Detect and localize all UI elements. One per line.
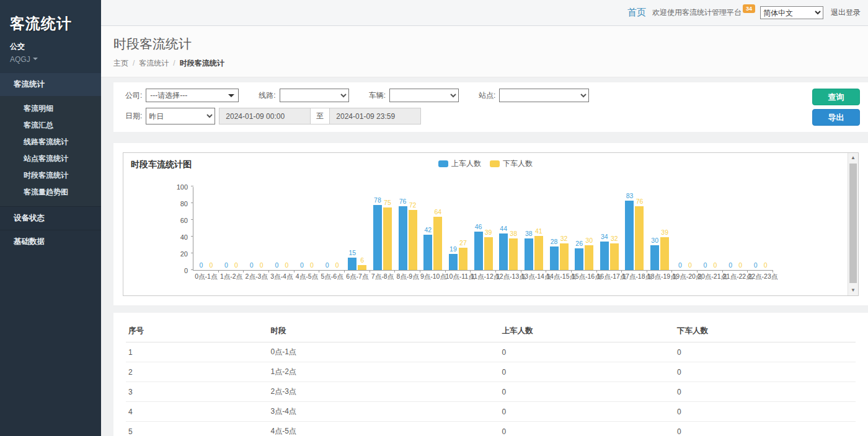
table-cell: 1 — [126, 342, 268, 362]
date-to-input[interactable] — [329, 108, 421, 124]
y-axis-tick-mark — [191, 186, 193, 186]
welcome-text: 欢迎使用客流统计管理平台 — [652, 7, 742, 18]
bar-group: 384113点-14点 — [521, 187, 547, 270]
bar-value-label: 46 — [475, 223, 482, 230]
sidebar-section[interactable]: 设备状态 — [0, 206, 101, 230]
bar-group: 0022点-23点 — [748, 187, 773, 270]
bar-value-label: 39 — [485, 229, 492, 236]
export-button[interactable]: 导出 — [812, 109, 860, 126]
bar-group: 005点-6点 — [319, 187, 345, 270]
chart-scrollbar[interactable]: ▲ ▼ — [848, 153, 858, 295]
legend-swatch-boarding — [438, 160, 448, 167]
legend-swatch-alighting — [490, 160, 500, 167]
query-button[interactable]: 查询 — [812, 89, 860, 105]
bar-value-label: 75 — [384, 199, 391, 206]
org-code-dropdown[interactable]: AQGJ — [10, 55, 91, 64]
scroll-down-arrow-icon[interactable]: ▼ — [848, 286, 858, 295]
bar-boarding: 78 — [373, 205, 382, 270]
notification-badge[interactable]: 34 — [743, 4, 755, 13]
scrollbar-thumb[interactable] — [849, 164, 857, 283]
sidebar: 客流统计 公交 AQGJ 客流统计客流明细客流汇总线路客流统计站点客流统计时段客… — [0, 0, 101, 436]
date-from-input[interactable] — [219, 108, 311, 124]
y-axis-tick-mark — [191, 269, 193, 270]
page-head: 时段客流统计 主页/客流统计/时段客流统计 — [101, 26, 868, 77]
table-header-cell: 时段 — [268, 320, 500, 342]
bar-value-label: 15 — [348, 249, 356, 256]
logout-link[interactable]: 退出登录 — [831, 7, 861, 18]
bar-group: 003点-4点 — [269, 187, 294, 270]
table-cell: 0 — [675, 402, 856, 422]
breadcrumb-item[interactable]: 主页 — [113, 59, 128, 68]
line-select[interactable] — [280, 89, 349, 102]
sidebar-item[interactable]: 客流汇总 — [0, 117, 101, 134]
filter-panel: 公司: ---请选择--- 线路: 车辆: 站点: 日期: — [113, 82, 868, 132]
bar-value-label: 0 — [738, 261, 742, 269]
bar-group: 192710点-11点 — [446, 187, 471, 270]
bar-alighting: 39 — [660, 237, 669, 270]
bar-value-label: 72 — [409, 201, 417, 209]
scroll-up-arrow-icon[interactable]: ▲ — [848, 153, 858, 163]
bar-value-label: 0 — [209, 261, 213, 269]
bar-value-label: 30 — [585, 237, 593, 244]
date-preset-select[interactable]: 昨日 — [146, 108, 215, 124]
bar-value-label: 38 — [510, 230, 517, 237]
bar-value-label: 64 — [434, 208, 441, 216]
bar-group: 0021点-22点 — [723, 187, 748, 270]
bar-value-label: 0 — [728, 261, 732, 269]
sidebar-section[interactable]: 基础数据 — [0, 230, 101, 253]
sidebar-item[interactable]: 时段客流统计 — [0, 167, 101, 184]
bar-value-label: 0 — [199, 261, 203, 269]
bar-boarding: 30 — [650, 245, 659, 271]
table-cell: 3 — [126, 382, 268, 402]
bar-value-label: 32 — [611, 235, 618, 242]
bar-value-label: 0 — [335, 261, 339, 269]
y-axis-tick-label: 0 — [184, 267, 188, 274]
legend-label: 下车人数 — [503, 159, 533, 169]
x-axis-tick-label: 22点-23点 — [748, 272, 773, 281]
x-axis-tick-label: 7点-8点 — [370, 272, 396, 281]
bar-alighting: 6 — [358, 265, 366, 270]
app-logo-title: 客流统计 — [10, 14, 91, 33]
sidebar-item[interactable]: 客流明细 — [0, 100, 101, 117]
bar-group: 42649点-10点 — [420, 187, 446, 270]
date-label: 日期: — [125, 111, 142, 121]
bar-alighting: 27 — [459, 248, 467, 270]
station-label: 站点: — [479, 90, 495, 101]
x-axis-tick-label: 2点-3点 — [244, 272, 269, 281]
table-cell: 4 — [126, 402, 268, 422]
table-cell: 0 — [500, 422, 675, 436]
sidebar-item[interactable]: 线路客流统计 — [0, 134, 101, 150]
range-separator: 至 — [310, 108, 330, 124]
station-select[interactable] — [499, 89, 589, 102]
breadcrumb-separator: / — [133, 59, 135, 68]
bar-value-label: 0 — [714, 261, 717, 269]
table-cell: 0 — [500, 382, 675, 402]
bar-group: 001点-2点 — [219, 187, 244, 270]
main-content: 时段客流统计 主页/客流统计/时段客流统计 公司: ---请选择--- 线路: … — [101, 26, 868, 436]
bar-group: 1566点-7点 — [345, 187, 370, 270]
x-axis-tick-label: 5点-6点 — [319, 272, 345, 281]
breadcrumb: 主页/客流统计/时段客流统计 — [113, 58, 856, 69]
y-axis-tick-mark — [191, 219, 193, 220]
sidebar-item[interactable]: 客流量趋势图 — [0, 184, 101, 201]
table-cell: 5 — [126, 422, 268, 436]
vehicle-select[interactable] — [389, 89, 459, 102]
company-select[interactable]: ---请选择--- — [146, 89, 239, 102]
x-axis-tick-label: 18点-19点 — [647, 272, 673, 281]
home-link[interactable]: 首页 — [627, 7, 646, 19]
bar-boarding: 42 — [423, 235, 432, 270]
sidebar-item[interactable]: 站点客流统计 — [0, 150, 101, 167]
breadcrumb-item[interactable]: 客流统计 — [139, 59, 169, 68]
breadcrumb-separator: / — [173, 59, 175, 68]
legend-item-alighting[interactable]: 下车人数 — [490, 159, 533, 169]
table-cell: 4点-5点 — [268, 422, 500, 436]
language-select[interactable]: 简体中文 — [760, 6, 823, 19]
x-axis-tick-label: 12点-13点 — [496, 272, 521, 281]
bar-alighting: 64 — [433, 217, 442, 270]
sidebar-section[interactable]: 客流统计 — [0, 72, 101, 96]
bar-value-label: 0 — [678, 261, 682, 269]
table-cell: 1点-2点 — [268, 362, 500, 382]
bar-group: 837617点-18点 — [622, 187, 647, 270]
legend-item-boarding[interactable]: 上车人数 — [438, 159, 481, 169]
bar-value-label: 34 — [601, 233, 608, 240]
